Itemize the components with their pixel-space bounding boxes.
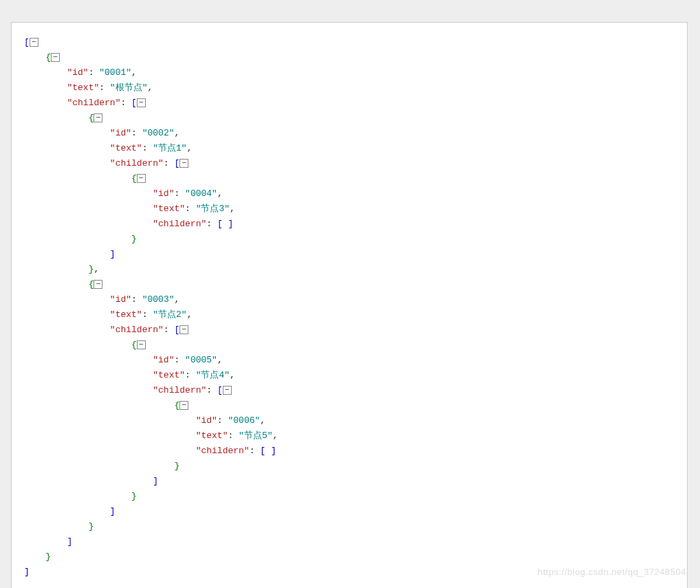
line-id: "id": "0001", [24,65,687,80]
line-childern-open: "childern": [− [24,383,687,398]
bracket-open: [ [24,37,30,47]
json-value: "0004" [185,188,217,199]
line-id: "id": "0006", [24,413,687,428]
line-close-array: ] [24,247,687,262]
line-close-array: ] [24,534,687,549]
json-value: "节点3" [196,204,230,214]
line-open-object: {− [24,50,687,65]
json-key-id: "id" [153,188,174,199]
json-key-id: "id" [153,355,174,365]
line-text: "text": "节点5", [24,428,687,444]
json-key-text: "text" [110,309,142,320]
json-key-text: "text" [110,143,142,153]
collapse-icon[interactable]: − [30,38,39,47]
line-text: "text": "节点2", [24,307,687,323]
line-childern-open: "childern": [− [24,323,687,338]
json-value: "0002" [142,128,175,138]
json-key-text: "text" [153,370,185,380]
json-value: "节点5" [239,431,272,441]
line-text: "text": "节点1", [24,141,687,156]
line-id: "id": "0005", [24,353,687,368]
json-key-childern: "childern" [110,325,164,335]
line-id: "id": "0004", [24,186,687,202]
line-childern-empty: "childern": [ ] [24,444,687,459]
json-content: [− {− "id": "0001", "text": "根节点", "chil… [12,35,687,580]
json-key-childern: "childern" [110,158,164,168]
line-close-object: } [24,489,687,504]
collapse-icon[interactable]: − [94,280,102,289]
collapse-icon[interactable]: − [179,159,188,168]
json-value: "节点1" [153,143,186,153]
line-text: "text": "根节点", [24,80,687,96]
json-value: "0005" [185,355,217,365]
line-close-object: }, [24,262,687,277]
line-close-object: } [24,519,687,534]
json-viewer-panel: [− {− "id": "0001", "text": "根节点", "chil… [11,22,688,588]
line-open-object: {− [24,338,687,353]
json-value: "0001" [99,67,131,78]
line-open-array: [− [24,35,687,50]
line-close-array: ] [24,504,687,519]
line-open-object: {− [24,398,687,413]
collapse-icon[interactable]: − [137,98,146,107]
line-open-object: {− [24,171,687,186]
json-key-text: "text" [67,83,99,93]
line-close-array: ] [24,474,687,489]
line-childern-empty: "childern": [ ] [24,217,687,232]
json-value: "0006" [228,415,260,426]
json-key-childern: "childern" [153,385,206,395]
line-close-object: } [24,232,687,247]
line-text: "text": "节点4", [24,368,687,383]
json-key-id: "id" [110,128,131,138]
json-key-childern: "childern" [196,446,250,456]
collapse-icon[interactable]: − [51,53,60,62]
json-key-text: "text" [153,204,185,214]
collapse-icon[interactable]: − [179,325,188,334]
line-close-array: ] [24,565,687,580]
json-key-text: "text" [196,431,228,441]
line-close-object: } [24,549,687,565]
collapse-icon[interactable]: − [223,386,232,395]
json-key-childern: "childern" [153,219,206,229]
collapse-icon[interactable]: − [179,401,188,410]
line-text: "text": "节点3", [24,202,687,217]
collapse-icon[interactable]: − [137,174,146,183]
collapse-icon[interactable]: − [94,113,102,122]
collapse-icon[interactable]: − [137,340,146,349]
json-key-id: "id" [67,67,88,78]
line-id: "id": "0002", [24,126,687,141]
line-id: "id": "0003", [24,292,687,307]
line-close-object: } [24,459,687,474]
json-key-id: "id" [110,294,131,305]
json-value: "0003" [142,294,175,305]
json-key-childern: "childern" [67,98,120,108]
line-childern-open: "childern": [− [24,96,687,111]
json-value: "根节点" [110,83,148,93]
line-open-object: {− [24,111,687,126]
json-value: "节点4" [196,370,230,380]
line-open-object: {− [24,277,687,292]
json-key-id: "id" [196,415,217,426]
line-childern-open: "childern": [− [24,156,687,171]
json-value: "节点2" [153,309,186,320]
brace-open: { [45,52,51,63]
